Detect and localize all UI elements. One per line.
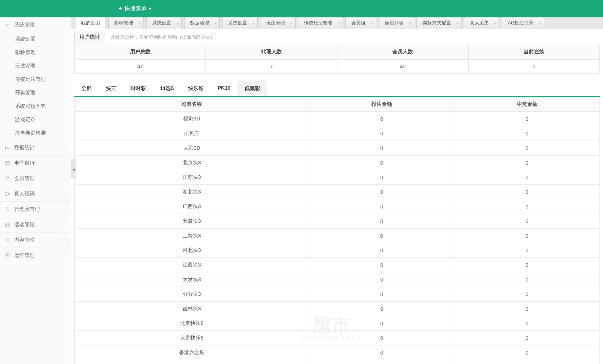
filter-tab-1[interactable]: 快三: [99, 81, 123, 96]
tab-4[interactable]: 采集设置×: [222, 17, 258, 29]
sidebar-group-1[interactable]: 数据统计﹀: [0, 140, 71, 155]
table-row[interactable]: 大发快300: [75, 272, 600, 287]
table-row[interactable]: 湖北快300: [75, 185, 600, 199]
sidebar-item-0-3[interactable]: 传统玩法管理: [11, 73, 71, 86]
tab-5[interactable]: 玩法管理×: [260, 17, 296, 29]
svg-rect-3: [5, 192, 8, 195]
chevron-icon: ﹀: [62, 160, 66, 166]
chevron-icon: ﹀: [62, 206, 66, 212]
chevron-icon: ﹀: [62, 222, 66, 227]
lottery-amount: 0: [454, 126, 600, 141]
stat-value: 7: [206, 60, 337, 74]
table-row[interactable]: 安徽快300: [75, 214, 600, 229]
sidebar-item-0-4[interactable]: 开奖管理: [11, 86, 71, 99]
lottery-amount: 0: [454, 214, 600, 229]
close-icon[interactable]: ×: [139, 21, 141, 26]
quick-menu-button[interactable]: + 快捷菜单 ▾: [119, 5, 151, 12]
lottery-name: 河北快3: [75, 243, 309, 258]
sidebar-group-3[interactable]: 会员管理﹀: [0, 171, 71, 186]
sidebar-item-0-5[interactable]: 系统彩预开奖: [11, 99, 71, 113]
sidebar-group-5[interactable]: 管理员管理﹀: [0, 202, 71, 217]
filter-tab-4[interactable]: 快乐彩: [181, 81, 211, 96]
sidebar-group-7[interactable]: 内容管理﹀: [0, 233, 71, 248]
lottery-name: 分分快3: [75, 287, 309, 302]
close-icon[interactable]: ×: [539, 21, 541, 26]
lottery-amount: 0: [454, 199, 600, 214]
table-row[interactable]: 北京快乐800: [75, 316, 600, 331]
close-icon[interactable]: ×: [177, 21, 179, 26]
tab-10[interactable]: 真人采集×: [464, 17, 499, 29]
table-row[interactable]: 分分快300: [75, 287, 600, 302]
tab-0[interactable]: 我的桌面: [75, 17, 106, 29]
close-icon[interactable]: ×: [338, 21, 340, 26]
lottery-amount: 0: [309, 141, 454, 156]
filter-tab-5[interactable]: PK10: [211, 81, 238, 96]
chevron-icon: ﹀: [62, 191, 66, 197]
filter-tab-3[interactable]: 11选5: [153, 81, 181, 96]
lottery-name: 大富快乐8: [75, 331, 309, 345]
close-icon[interactable]: ×: [456, 21, 459, 26]
table-row[interactable]: 河北快300: [75, 243, 600, 258]
tab-11[interactable]: AG投注记录×: [502, 17, 544, 29]
close-icon[interactable]: ×: [253, 21, 255, 26]
close-icon[interactable]: ×: [290, 21, 293, 26]
lottery-name: 极速六合彩: [75, 360, 309, 364]
lottery-amount: 0: [454, 185, 600, 199]
table-row[interactable]: 香港六合彩00: [75, 345, 600, 360]
tab-7[interactable]: 会员组×: [345, 17, 376, 29]
tab-8[interactable]: 会员列表×: [379, 17, 414, 29]
plus-icon: +: [119, 5, 122, 12]
table-row[interactable]: 大富快乐800: [75, 331, 600, 345]
table-row[interactable]: 江西快300: [75, 258, 600, 272]
sidebar-group-label: 活动管理: [14, 221, 62, 228]
tab-label: AG投注记录: [508, 20, 533, 26]
sidebar-group-label: 管理员管理: [14, 206, 62, 213]
filter-tab-0[interactable]: 全部: [74, 81, 99, 96]
tab-1[interactable]: 彩种管理×: [108, 17, 144, 29]
tab-9[interactable]: 存款方式配置×: [416, 17, 462, 29]
table-row[interactable]: 福彩3D00: [75, 112, 600, 126]
tab-label: 传统玩法管理: [304, 20, 332, 26]
close-icon[interactable]: ×: [215, 21, 217, 26]
table-row[interactable]: 大富3D00: [75, 141, 600, 156]
close-icon[interactable]: ×: [371, 21, 373, 26]
table-row[interactable]: 上海快300: [75, 229, 600, 243]
table-row[interactable]: 排列三00: [75, 126, 600, 141]
sidebar-item-0-0[interactable]: 系统设置: [11, 32, 71, 46]
sidebar-group-label: 会员管理: [14, 175, 62, 182]
table-row[interactable]: 广西快300: [75, 199, 600, 214]
sidebar-item-0-1[interactable]: 彩种管理: [11, 46, 71, 59]
filter-tab-2[interactable]: 时时彩: [123, 81, 153, 96]
sidebar-group-0[interactable]: 系统管理︿: [0, 17, 71, 32]
sidebar-item-0-6[interactable]: 游戏记录: [11, 113, 71, 126]
stat-value: 47: [75, 60, 206, 74]
table-row[interactable]: 极速六合彩00: [75, 360, 600, 364]
tab-2[interactable]: 系统设置×: [146, 17, 182, 29]
lottery-amount: 0: [309, 156, 454, 170]
table-row[interactable]: 北京快300: [75, 156, 600, 170]
sidebar-item-0-7[interactable]: 注单异常检测: [11, 126, 71, 140]
sidebar-group-6[interactable]: 活动管理﹀: [0, 217, 71, 232]
table-row[interactable]: 吉林快300: [75, 302, 600, 316]
lottery-amount: 0: [309, 345, 454, 360]
filter-tab-6[interactable]: 低频彩: [237, 81, 267, 96]
sidebar-collapse-handle[interactable]: ◀: [71, 159, 76, 179]
lottery-amount: 0: [309, 331, 454, 345]
stat-header: 代理人数: [206, 44, 337, 60]
tab-label: 彩种管理: [114, 20, 133, 26]
tab-label: 存款方式配置: [422, 20, 451, 26]
lottery-amount: 0: [454, 156, 600, 170]
sidebar-group-2[interactable]: 电子银行﹀: [0, 156, 71, 171]
tab-6[interactable]: 传统玩法管理×: [298, 17, 343, 29]
table-row[interactable]: 江苏快300: [75, 170, 600, 185]
close-icon[interactable]: ×: [494, 21, 497, 26]
sidebar-group-8[interactable]: 运维管理﹀: [0, 248, 71, 263]
lottery-amount: 0: [454, 272, 600, 287]
tab-label: 系统设置: [152, 20, 171, 26]
close-icon[interactable]: ×: [409, 21, 411, 26]
video-icon: [5, 191, 11, 197]
sidebar-item-0-2[interactable]: 玩法管理: [11, 59, 71, 73]
sidebar-group-4[interactable]: 真人视讯﹀: [0, 186, 71, 201]
gear-icon: [5, 22, 11, 28]
tab-3[interactable]: 数据清理×: [184, 17, 220, 29]
